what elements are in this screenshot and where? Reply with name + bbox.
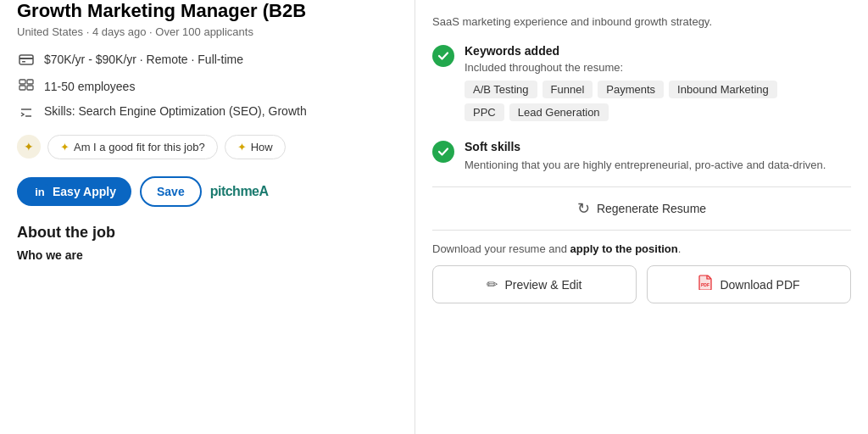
tag-funnel: Funnel <box>542 81 593 98</box>
soft-skills-description: Mentioning that you are highly entrepren… <box>465 157 826 174</box>
soft-skills-section: Soft skills Mentioning that you are high… <box>432 140 851 174</box>
skills-text: Skills: Search Engine Optimization (SEO)… <box>44 104 307 118</box>
pdf-icon: PDF <box>698 275 713 294</box>
divider-2 <box>432 230 851 231</box>
save-button[interactable]: Save <box>140 176 202 207</box>
intro-text: SaaS marketing experience and inbound gr… <box>432 14 851 31</box>
preview-edit-button[interactable]: ✏ Preview & Edit <box>432 265 637 303</box>
about-heading: About the job <box>17 224 398 242</box>
employees-row: 11-50 employees <box>17 77 398 96</box>
keywords-subtitle: Included throughout the resume: <box>465 61 777 74</box>
soft-skills-title: Soft skills <box>465 140 826 153</box>
linkedin-icon: in <box>32 184 47 199</box>
tag-ppc: PPC <box>465 103 504 121</box>
keywords-section: Keywords added Included throughout the r… <box>432 44 851 126</box>
svg-rect-2 <box>22 61 25 63</box>
suggestion-star-2: ✦ <box>237 141 247 153</box>
tag-lead-generation: Lead Generation <box>509 103 609 121</box>
salary-icon <box>17 50 36 69</box>
svg-rect-6 <box>27 86 33 90</box>
star-circle: ✦ <box>17 135 41 159</box>
suggestions-row: ✦ ✦ Am I a good fit for this job? ✦ How <box>17 135 398 159</box>
svg-rect-1 <box>19 58 33 59</box>
suggestion-how-button[interactable]: ✦ How <box>225 135 286 159</box>
keywords-content: Keywords added Included throughout the r… <box>465 44 777 126</box>
left-panel: Growth Marketing Manager (B2B United Sta… <box>0 0 415 434</box>
easy-apply-label: Easy Apply <box>53 185 116 198</box>
divider <box>432 186 851 187</box>
svg-rect-4 <box>19 86 25 90</box>
svg-text:PDF: PDF <box>701 282 709 287</box>
tag-payments: Payments <box>598 81 664 98</box>
download-text-post: . <box>678 242 682 255</box>
skills-icon <box>17 104 36 123</box>
svg-rect-5 <box>27 80 33 84</box>
download-text-bold: apply to the position <box>570 242 678 255</box>
regenerate-label: Regenerate Resume <box>597 202 706 215</box>
suggestion-how-label: How <box>251 141 273 153</box>
soft-skills-content: Soft skills Mentioning that you are high… <box>465 140 826 174</box>
regenerate-button[interactable]: ↻ Regenerate Resume <box>577 199 706 218</box>
right-panel: SaaS marketing experience and inbound gr… <box>415 0 868 434</box>
preview-edit-label: Preview & Edit <box>504 278 581 292</box>
suggestion-star-1: ✦ <box>60 141 70 153</box>
salary-row: $70K/yr - $90K/yr · Remote · Full-time <box>17 50 398 69</box>
keywords-tags-row: A/B Testing Funnel Payments Inbound Mark… <box>465 81 777 98</box>
regenerate-row: ↻ Regenerate Resume <box>432 199 851 218</box>
keywords-tags-row-2: PPC Lead Generation <box>465 103 777 121</box>
download-text-pre: Download your resume and <box>432 242 570 255</box>
suggestion-fit-button[interactable]: ✦ Am I a good fit for this job? <box>47 135 218 159</box>
save-label: Save <box>157 185 185 198</box>
employees-text: 11-50 employees <box>44 80 135 93</box>
action-buttons-row: in Easy Apply Save pitchmeA <box>17 176 398 207</box>
regenerate-icon: ↻ <box>577 199 590 218</box>
job-meta: United States · 4 days ago · Over 100 ap… <box>17 25 398 38</box>
easy-apply-button[interactable]: in Easy Apply <box>17 177 131 206</box>
svg-rect-0 <box>19 55 33 64</box>
soft-skills-check-icon <box>432 141 454 163</box>
star-icon: ✦ <box>24 140 34 153</box>
keywords-title: Keywords added <box>465 44 777 58</box>
tag-ab-testing: A/B Testing <box>465 81 537 98</box>
tag-inbound-marketing: Inbound Marketing <box>669 81 777 98</box>
job-title: Growth Marketing Manager (B2B <box>17 0 398 22</box>
skills-row: Skills: Search Engine Optimization (SEO)… <box>17 104 398 123</box>
svg-rect-3 <box>19 80 25 84</box>
download-instruction: Download your resume and apply to the po… <box>432 242 851 255</box>
who-we-are: Who we are <box>17 248 398 262</box>
download-pdf-label: Download PDF <box>720 278 799 292</box>
suggestion-fit-label: Am I a good fit for this job? <box>74 141 205 153</box>
download-buttons-row: ✏ Preview & Edit PDF Download PDF <box>432 265 851 303</box>
pitchme-badge: pitchmeA <box>210 184 269 199</box>
salary-text: $70K/yr - $90K/yr · Remote · Full-time <box>44 53 243 66</box>
employees-icon <box>17 77 36 96</box>
pencil-icon: ✏ <box>487 276 498 292</box>
keywords-check-icon <box>432 45 454 67</box>
download-pdf-button[interactable]: PDF Download PDF <box>647 265 851 303</box>
